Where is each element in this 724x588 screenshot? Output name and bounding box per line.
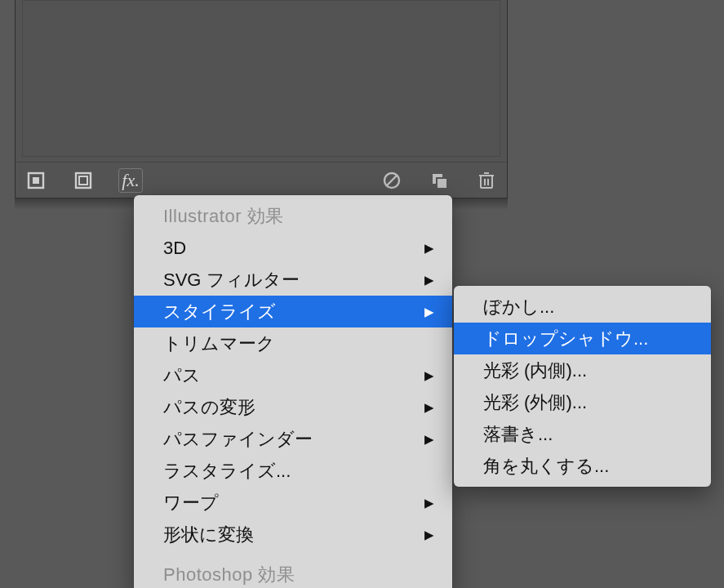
svg-rect-1 <box>33 177 39 184</box>
prohibit-icon <box>382 171 402 190</box>
svg-rect-3 <box>79 176 87 185</box>
chevron-right-icon: ▶ <box>424 497 434 509</box>
chevron-right-icon: ▶ <box>424 242 434 254</box>
fx-menu-item-pathfinder[interactable]: パスファインダー▶ <box>134 423 452 455</box>
trash-icon <box>477 171 495 190</box>
chevron-right-icon: ▶ <box>424 305 434 318</box>
clear-appearance-button[interactable] <box>380 168 404 193</box>
panel: fx. <box>15 0 508 210</box>
outlined-square-icon <box>74 172 92 189</box>
delete-button[interactable] <box>474 168 499 193</box>
stylize-item-drop-shadow[interactable]: ドロップシャドウ... <box>454 323 711 354</box>
fx-effects-button[interactable]: fx. <box>118 168 143 193</box>
fx-label: fx. <box>122 170 139 191</box>
svg-line-5 <box>387 176 397 185</box>
fx-menu-header-illustrator: Illustrator 効果 <box>134 200 452 232</box>
duplicate-icon <box>430 172 448 189</box>
svg-rect-8 <box>438 179 447 189</box>
stylize-item-round-corners[interactable]: 角を丸くする... <box>454 450 711 482</box>
chevron-right-icon: ▶ <box>424 401 434 413</box>
svg-rect-2 <box>76 173 91 188</box>
fx-menu-item-path[interactable]: パス▶ <box>134 359 452 391</box>
style-options-button[interactable] <box>71 168 95 193</box>
panel-toolbar: fx. <box>16 162 507 198</box>
fx-menu-item-svg-filter[interactable]: SVG フィルター▶ <box>134 264 452 296</box>
chevron-right-icon: ▶ <box>424 528 434 541</box>
stylize-submenu: ぼかし... ドロップシャドウ... 光彩 (内側)... 光彩 (外側)...… <box>454 286 711 487</box>
fx-menu-header-photoshop: Photoshop 効果 <box>134 559 452 588</box>
chevron-right-icon: ▶ <box>424 369 434 381</box>
fx-menu: Illustrator 効果 3D▶ SVG フィルター▶ スタイライズ▶ トリ… <box>134 195 452 588</box>
filled-square-icon <box>27 172 45 189</box>
chevron-right-icon: ▶ <box>424 274 434 286</box>
panel-content-area <box>22 0 500 157</box>
fx-menu-item-convert-shape[interactable]: 形状に変換▶ <box>134 519 452 550</box>
duplicate-item-button[interactable] <box>427 168 451 193</box>
fx-menu-item-3d[interactable]: 3D▶ <box>134 232 452 264</box>
stylize-item-blur[interactable]: ぼかし... <box>454 291 711 323</box>
panel-body: fx. <box>15 0 508 198</box>
fx-menu-item-stylize[interactable]: スタイライズ▶ <box>134 296 452 327</box>
fx-menu-item-rasterize[interactable]: ラスタライズ... <box>134 455 452 487</box>
svg-rect-10 <box>481 176 492 188</box>
fx-menu-item-distort-transform[interactable]: パスの変形▶ <box>134 391 452 423</box>
new-style-button[interactable] <box>24 168 48 193</box>
chevron-right-icon: ▶ <box>424 433 434 445</box>
stylize-item-outer-glow[interactable]: 光彩 (外側)... <box>454 386 711 418</box>
fx-menu-item-warp[interactable]: ワープ▶ <box>134 487 452 519</box>
fx-menu-item-trim-marks[interactable]: トリムマーク <box>134 327 452 359</box>
stylize-item-inner-glow[interactable]: 光彩 (内側)... <box>454 354 711 386</box>
stylize-item-scribble[interactable]: 落書き... <box>454 418 711 450</box>
